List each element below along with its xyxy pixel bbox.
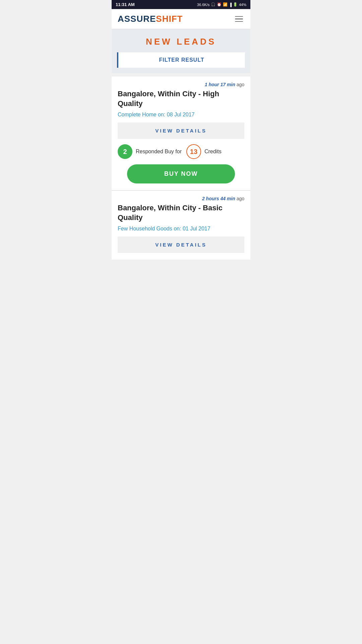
- alarm-icon: ⏰: [217, 2, 222, 7]
- lead-2-title: Bangalore, Within City - Basic Quality: [118, 203, 244, 222]
- lead-1-credits-row: 2 Responded Buy for 13 Credits: [118, 144, 244, 159]
- lead-1-responded-badge: 2: [118, 144, 132, 159]
- lead-2-time: 2 hours 44 min ago: [118, 196, 244, 201]
- lead-2-time-italic: 2 hours 44 min: [202, 196, 235, 201]
- lead-2-time-ago: ago: [235, 196, 244, 201]
- lead-1-time-italic: 1 hour 17 min: [205, 82, 235, 87]
- wifi-icon: 📶: [223, 2, 228, 7]
- page-title-section: NEW LEADS FILTER RESULT: [112, 29, 250, 73]
- hamburger-line-3: [235, 21, 243, 22]
- battery-icon: 🔋: [233, 2, 238, 7]
- filter-bar[interactable]: FILTER RESULT: [117, 52, 245, 68]
- logo-assure: ASSURE: [118, 14, 156, 24]
- lead-1-credits-badge: 13: [186, 144, 201, 159]
- lead-1-title: Bangalore, Within City - High Quality: [118, 89, 244, 108]
- hamburger-line-1: [235, 16, 243, 17]
- status-time: 11:31 AM: [116, 2, 135, 7]
- status-bar: 11:31 AM 36.6K/s 🎧 ⏰ 📶 ▐ 🔋 44%: [112, 0, 250, 9]
- filter-label: FILTER RESULT: [159, 57, 204, 63]
- battery-percent: 44%: [239, 3, 246, 7]
- lead-1-credits-text: Credits: [204, 149, 222, 155]
- lead-1-responded-text: Responded Buy for: [136, 149, 182, 155]
- lead-card-2: 2 hours 44 min ago Bangalore, Within Cit…: [112, 191, 250, 260]
- menu-icon[interactable]: [234, 15, 244, 23]
- logo: ASSURE SHIFT: [118, 14, 183, 24]
- lead-1-buy-now-button[interactable]: BUY NOW: [127, 164, 235, 183]
- logo-shift: SHIFT: [156, 14, 183, 24]
- lead-1-time: 1 hour 17 min ago: [118, 82, 244, 87]
- lead-card-1: 1 hour 17 min ago Bangalore, Within City…: [112, 76, 250, 190]
- page-title: NEW LEADS: [117, 37, 245, 47]
- headphone-icon: 🎧: [211, 2, 216, 7]
- lead-2-view-details-button[interactable]: VIEW DETAILS: [118, 236, 244, 253]
- lead-1-subtitle: Complete Home on: 08 Jul 2017: [118, 112, 244, 118]
- status-icons: 36.6K/s 🎧 ⏰ 📶 ▐ 🔋 44%: [197, 2, 246, 7]
- signal-icon: ▐: [229, 3, 232, 7]
- lead-2-subtitle: Few Household Goods on: 01 Jul 2017: [118, 226, 244, 232]
- lead-1-time-ago: ago: [235, 82, 244, 87]
- hamburger-line-2: [235, 18, 243, 19]
- lead-1-view-details-button[interactable]: VIEW DETAILS: [118, 122, 244, 139]
- navbar: ASSURE SHIFT: [112, 9, 250, 29]
- speed-indicator: 36.6K/s: [197, 3, 209, 7]
